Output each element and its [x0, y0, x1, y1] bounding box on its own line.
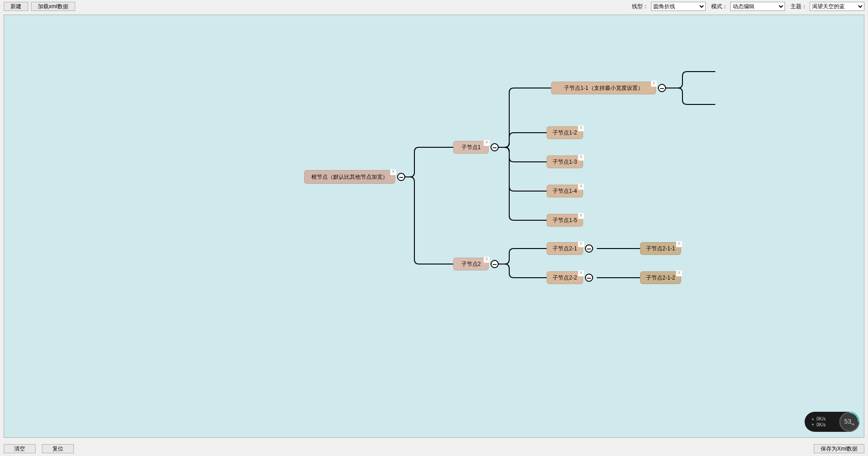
- load-xml-button[interactable]: 加载xml数据: [31, 2, 75, 11]
- line-type-label: 线型：: [628, 3, 649, 10]
- mode-select[interactable]: 动态编辑: [730, 2, 785, 11]
- theme-select[interactable]: 渴望天空的蓝: [810, 2, 864, 11]
- theme-label: 主题：: [787, 3, 808, 10]
- line-type-select[interactable]: 圆角折线: [651, 2, 706, 11]
- top-toolbar: 新建 加载xml数据 线型： 圆角折线 模式： 动态编辑 主题： 渴望天空的蓝: [0, 0, 868, 13]
- mode-label: 模式：: [708, 3, 728, 10]
- new-button[interactable]: 新建: [4, 2, 28, 11]
